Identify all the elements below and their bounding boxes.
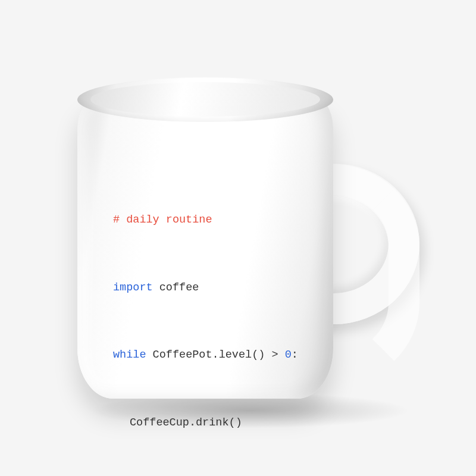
printed-code: # daily routine import coffee while Coff… xyxy=(113,164,333,476)
product-photo-scene: # daily routine import coffee while Coff… xyxy=(0,0,476,476)
code-comment: # daily routine xyxy=(113,209,333,231)
code-import-line: import coffee xyxy=(113,277,333,299)
code-while-line: while CoffeePot.level() > 0: xyxy=(113,344,333,367)
code-drink-line: CoffeeCup.drink() xyxy=(130,412,333,434)
mug-rim-inner xyxy=(90,82,320,117)
coffee-mug: # daily routine import coffee while Coff… xyxy=(54,60,422,416)
